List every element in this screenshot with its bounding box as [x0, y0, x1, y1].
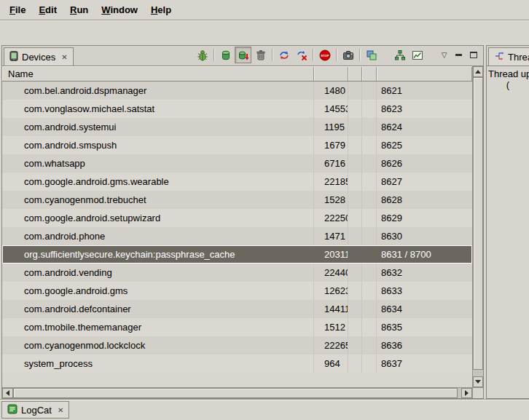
start-method-profiling-icon[interactable]: [293, 47, 310, 63]
hierarchy-view-icon[interactable]: [391, 47, 408, 63]
scroll-right-button[interactable]: [461, 388, 472, 398]
process-pid: 1512: [314, 318, 348, 336]
process-col-1: [348, 154, 362, 173]
process-col-2: [362, 154, 377, 173]
process-name: com.android.smspush: [2, 136, 314, 154]
threads-view: Threads Thread up (: [486, 45, 529, 399]
process-port: 8623: [377, 100, 472, 118]
horizontal-scroll-thumb[interactable]: [13, 388, 458, 398]
device-row[interactable]: com.google.android.gms126238633: [2, 282, 472, 300]
capture-system-info-icon[interactable]: [363, 47, 380, 63]
svg-text:STOP: STOP: [321, 53, 329, 57]
process-pid: 1480: [314, 82, 348, 100]
close-icon[interactable]: ✕: [58, 406, 63, 414]
sysinfo-chart-icon[interactable]: [409, 47, 426, 63]
column-header-port[interactable]: [377, 66, 472, 81]
tab-threads[interactable]: Threads: [488, 47, 529, 66]
menu-run[interactable]: Run: [63, 1, 95, 18]
process-col-1: [348, 136, 362, 154]
menu-window[interactable]: Window: [95, 1, 144, 18]
device-row[interactable]: com.cyanogenmod.trebuchet15288628: [2, 191, 472, 209]
process-col-2: [362, 82, 377, 100]
process-col-1: [348, 300, 362, 318]
process-pid: 22265: [314, 336, 348, 354]
table-body: com.bel.android.dspmanager14808621com.vo…: [2, 82, 472, 387]
tab-logcat[interactable]: LogCat ✕: [1, 401, 69, 419]
update-threads-icon[interactable]: [275, 47, 292, 63]
device-row[interactable]: com.cyanogenmod.lockclock222658636: [2, 336, 472, 354]
process-port: 8626: [377, 154, 472, 173]
process-name: com.android.phone: [2, 227, 314, 245]
tab-logcat-label: LogCat: [21, 405, 52, 416]
process-col-1: [348, 209, 362, 227]
device-row[interactable]: com.android.systemui11958624: [2, 118, 472, 136]
process-port: 8630: [377, 227, 472, 245]
view-menu-icon[interactable]: ▽: [437, 48, 451, 62]
vertical-scrollbar[interactable]: [472, 66, 483, 387]
scroll-down-button[interactable]: [473, 376, 483, 387]
horizontal-scrollbar[interactable]: [2, 387, 472, 398]
arrow-down-icon: [475, 380, 481, 384]
menu-help[interactable]: Help: [144, 1, 178, 18]
column-header-2[interactable]: [362, 66, 377, 81]
device-row[interactable]: com.whatsapp67168626: [2, 154, 472, 173]
cause-gc-icon[interactable]: [252, 47, 269, 63]
device-row[interactable]: system_process9648637: [2, 354, 472, 373]
process-pid: 22250: [314, 209, 348, 227]
device-row[interactable]: com.tmobile.thememanager15128635: [2, 318, 472, 336]
minimize-icon[interactable]: [452, 48, 466, 62]
table-header: Name: [2, 66, 472, 82]
vertical-scroll-thumb[interactable]: [473, 77, 483, 370]
menu-file[interactable]: File: [3, 1, 32, 18]
process-col-1: [348, 227, 362, 245]
devices-table: Name com.bel.android.dspmanager14808621c…: [2, 66, 483, 398]
update-heap-icon[interactable]: [217, 47, 234, 63]
stop-process-icon[interactable]: STOP: [316, 47, 333, 63]
column-header-1[interactable]: [348, 66, 362, 81]
device-row[interactable]: com.android.smspush16798625: [2, 136, 472, 154]
process-name: com.google.android.gms.wearable: [2, 173, 314, 191]
toolbar-separator: [336, 49, 337, 61]
process-port: 8627: [377, 173, 472, 191]
device-row[interactable]: com.android.phone14718630: [2, 227, 472, 245]
device-row[interactable]: com.google.android.gms.wearable221858627: [2, 173, 472, 191]
process-col-1: [348, 118, 362, 136]
scroll-up-button[interactable]: [473, 66, 483, 77]
process-name: com.android.systemui: [2, 118, 314, 136]
menu-edit[interactable]: Edit: [32, 1, 63, 18]
devices-view: Devices ✕: [1, 45, 484, 399]
toolbar-separator: [359, 49, 360, 61]
process-col-1: [348, 282, 362, 300]
toolbar-separator: [213, 49, 214, 61]
close-icon[interactable]: ✕: [61, 53, 67, 61]
process-pid: 12623: [314, 282, 348, 300]
process-pid: 964: [314, 354, 348, 373]
process-port: 8625: [377, 136, 472, 154]
debug-process-icon[interactable]: [194, 47, 211, 63]
screen-capture-icon[interactable]: [340, 47, 356, 63]
device-row[interactable]: com.android.defcontainer144118634: [2, 300, 472, 318]
device-row[interactable]: com.vonglasow.michael.satstat145538623: [2, 100, 472, 118]
process-col-1: [348, 318, 362, 336]
tab-devices[interactable]: Devices ✕: [4, 47, 74, 66]
device-row[interactable]: com.google.android.setupwizard222508629: [2, 209, 472, 227]
process-col-1: [348, 191, 362, 209]
scroll-left-button[interactable]: [2, 388, 13, 398]
column-header-pid[interactable]: [314, 66, 348, 81]
process-name: org.sufficientlysecure.keychain:passphra…: [2, 245, 314, 264]
column-header-name-label: Name: [8, 68, 34, 79]
process-port: 8629: [377, 209, 472, 227]
dump-hprof-icon[interactable]: [235, 47, 251, 63]
device-row[interactable]: org.sufficientlysecure.keychain:passphra…: [2, 245, 472, 264]
process-port: 8637: [377, 354, 472, 373]
device-row[interactable]: com.android.vending224408632: [2, 264, 472, 282]
process-col-2: [362, 209, 377, 227]
menubar: FileEditRunWindowHelp: [0, 0, 529, 20]
process-col-2: [362, 245, 377, 264]
ddms-window: FileEditRunWindowHelp Devices ✕: [0, 0, 529, 420]
threads-tabbar: Threads: [487, 46, 529, 66]
process-port: 8624: [377, 118, 472, 136]
column-header-name[interactable]: Name: [2, 66, 314, 81]
device-row[interactable]: com.bel.android.dspmanager14808621: [2, 82, 472, 100]
maximize-icon[interactable]: [466, 48, 480, 62]
